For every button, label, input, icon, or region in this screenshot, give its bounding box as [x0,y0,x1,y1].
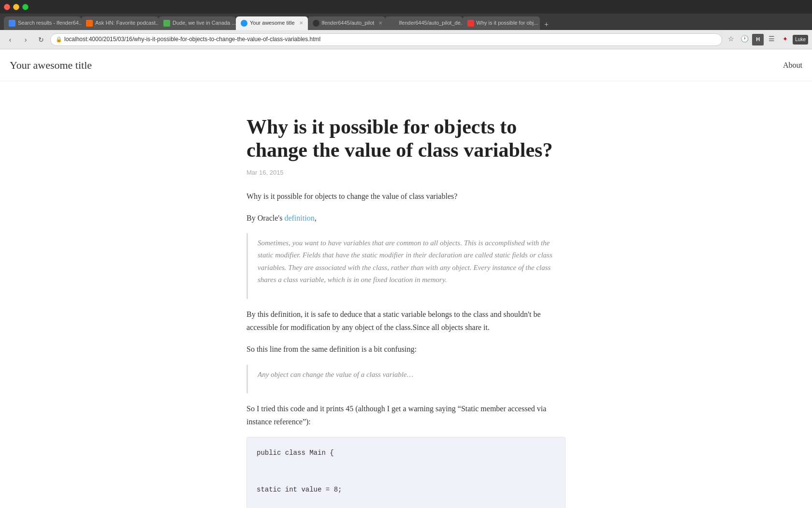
blockquote-oracle-text: Sometimes, you want to have variables th… [258,237,566,286]
browser-tabs: Search results - lfender64... ✕ Ask HN: … [0,14,812,30]
tab-label: Why is it possible for obj... [477,19,538,28]
back-button[interactable]: ‹ [4,33,16,46]
tab-label: Search results - lfender64... [18,19,81,28]
para2: By this definition, it is safe to deduce… [246,308,566,334]
address-bar[interactable]: 🔒 localhost:4000/2015/03/16/why-is-it-po… [50,33,722,46]
tab-auto-pilot-de[interactable]: lfender6445/auto_pilot_de... ✕ [385,16,463,30]
minimize-button[interactable] [13,4,19,10]
site-title-link[interactable]: Your awesome title [10,57,92,74]
hackernews-icon[interactable]: H [752,34,764,45]
maximize-button[interactable] [22,4,29,10]
tab-label: Dude, we live in Canada ... [173,19,236,28]
tab-label: Ask HN: Favorite podcast... [95,19,159,28]
tab-favicon [9,20,15,27]
definition-link[interactable]: definition [284,214,314,222]
tab-favicon [163,20,170,27]
browser-toolbar: ‹ › ↻ 🔒 localhost:4000/2015/03/16/why-is… [0,30,812,49]
tab-favicon [86,20,93,27]
tab-close-icon[interactable]: ✕ [299,19,303,27]
tab-why-possible[interactable]: Why is it possible for obj... ✕ [463,16,540,30]
intro-paragraph: Why is it possible for objects to change… [246,190,566,203]
refresh-button[interactable]: ↻ [35,33,47,46]
bookmark-icon[interactable]: ☆ [725,34,737,45]
lock-icon: 🔒 [56,35,62,44]
tab-favicon [467,20,474,27]
new-tab-button[interactable]: + [540,19,553,30]
tab-favicon [390,20,397,27]
oracle-paragraph: By Oracle's definition, [246,211,566,224]
blockquote-oracle: Sometimes, you want to have variables th… [246,233,566,299]
address-text: localhost:4000/2015/03/16/why-is-it-poss… [64,35,320,44]
tab-label: lfender6445/auto_pilot [322,19,375,28]
tab-close-icon[interactable]: ✕ [378,19,382,27]
site-nav: About [783,59,802,72]
by-oracle-text: By Oracle's [246,214,282,222]
tab-search-results[interactable]: Search results - lfender64... ✕ [4,16,81,30]
para4: So I tried this code and it prints 45 (a… [246,402,566,428]
browser-chrome: Search results - lfender64... ✕ Ask HN: … [0,0,812,49]
close-button[interactable] [4,4,10,10]
toolbar-icons: ☆ 🕐 H ☰ ✦ Luke [725,34,808,45]
post-content: Why is it possible for objects to change… [237,96,575,508]
menu-icon[interactable]: ☰ [766,34,777,45]
blockquote-any-object: Any object can change the value of a cla… [246,365,566,394]
browser-titlebar [0,0,812,14]
main-layout: Your awesome title About Why is it possi… [0,49,812,508]
para3: So this line from the same definition is… [246,343,566,356]
definition-suffix: , [315,214,317,222]
tab-canada[interactable]: Dude, we live in Canada ... ✕ [159,16,236,30]
code-block: public class Main { static int value = 8… [246,437,566,508]
tab-favicon [241,20,247,27]
clock-icon[interactable]: 🕐 [739,34,750,45]
tab-ask-hn[interactable]: Ask HN: Favorite podcast... ✕ [81,16,159,30]
tab-label: Your awesome title [250,19,295,28]
forward-button[interactable]: › [19,33,32,46]
site-header: Your awesome title About [0,49,812,81]
tab-awesome-title[interactable]: Your awesome title ✕ [236,16,308,30]
tab-favicon [313,20,319,27]
post-title: Why is it possible for objects to change… [246,115,566,162]
about-link[interactable]: About [783,61,802,69]
blockquote-any-object-text: Any object can change the value of a cla… [258,369,566,381]
extension-icon[interactable]: ✦ [779,34,791,45]
post-date: Mar 16, 2015 [246,168,566,178]
tab-label: lfender6445/auto_pilot_de... [399,19,463,28]
tab-auto-pilot[interactable]: lfender6445/auto_pilot ✕ [308,16,385,30]
user-avatar[interactable]: Luke [793,35,808,45]
post-body: Why is it possible for objects to change… [246,190,566,508]
